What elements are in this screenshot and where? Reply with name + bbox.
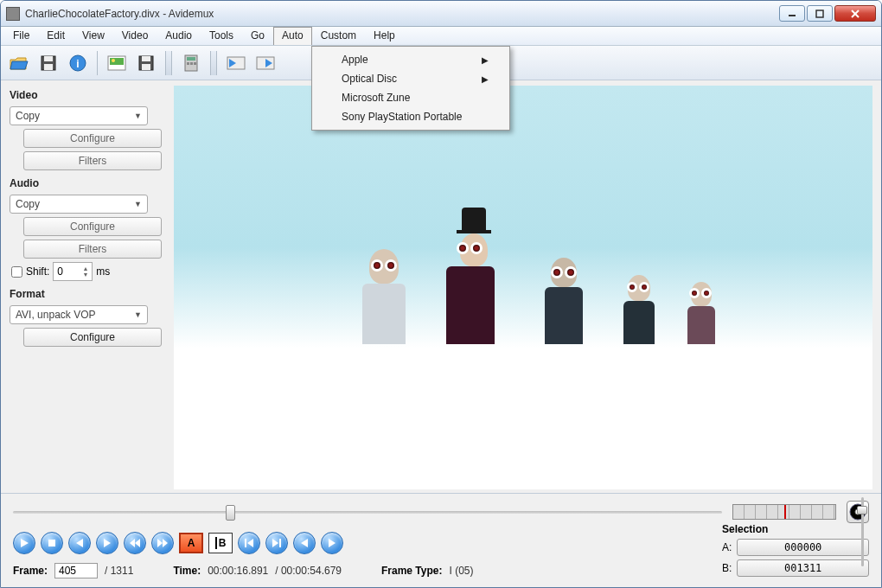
selection-a-label: A: [722, 541, 732, 553]
auto-menu-zune[interactable]: Microsoft Zune [314, 88, 508, 107]
seek-slider[interactable] [13, 504, 722, 520]
goto-start-button[interactable] [238, 532, 260, 554]
svg-marker-26 [21, 539, 29, 547]
svg-rect-27 [48, 540, 55, 546]
menu-view[interactable]: View [74, 27, 113, 45]
svg-marker-35 [247, 539, 253, 547]
minimize-button[interactable] [779, 5, 805, 22]
audio-codec-combo[interactable]: Copy▼ [10, 195, 148, 214]
audio-configure-button[interactable]: Configure [23, 217, 162, 236]
maximize-button[interactable] [807, 5, 833, 22]
selection-a-button[interactable]: 000000 [737, 539, 869, 556]
format-configure-button[interactable]: Configure [23, 328, 162, 347]
video-preview [174, 86, 872, 489]
save-image-icon[interactable] [133, 50, 159, 76]
preview-figure [691, 282, 715, 344]
svg-text:i: i [76, 58, 79, 70]
svg-rect-13 [142, 56, 150, 61]
menu-tools[interactable]: Tools [201, 27, 242, 45]
set-marker-a-button[interactable]: A [179, 533, 203, 553]
video-configure-button[interactable]: Configure [23, 129, 162, 148]
marker-b-label: B [215, 537, 227, 549]
menu-go[interactable]: Go [242, 27, 273, 45]
next-keyframe-button[interactable] [151, 532, 174, 554]
goto-end-button[interactable] [265, 532, 288, 554]
svg-point-11 [112, 59, 115, 62]
format-combo[interactable]: AVI, unpack VOP▼ [10, 305, 148, 324]
calculator-icon[interactable] [178, 50, 204, 76]
svg-rect-1 [816, 10, 823, 17]
time-total: / 00:00:54.679 [275, 565, 342, 577]
volume-handle[interactable] [857, 506, 867, 514]
bottom-panel: A B Selection A:000000 B:001311 Frame: /… [1, 493, 881, 587]
frametype-label: Frame Type: [381, 565, 442, 577]
prev-keyframe-button[interactable] [124, 532, 146, 554]
video-codec-combo[interactable]: Copy▼ [10, 106, 148, 125]
toolbar-grip2 [210, 51, 217, 75]
open-file-icon[interactable] [6, 50, 32, 76]
menu-edit[interactable]: Edit [38, 27, 74, 45]
svg-rect-37 [279, 539, 281, 547]
titlebar: CharlieChocolateFactory.divx - Avidemux [1, 1, 881, 27]
shift-spinner[interactable]: 0▲▼ [53, 262, 93, 281]
auto-menu-optical-disc[interactable]: Optical Disc▶ [314, 69, 508, 88]
set-marker-b-button[interactable]: B [208, 533, 233, 553]
shift-value: 0 [57, 265, 63, 278]
shift-label: Shift: [26, 265, 49, 278]
image-icon[interactable] [104, 50, 130, 76]
stop-button[interactable] [41, 532, 63, 554]
svg-marker-31 [135, 539, 140, 547]
frame-label: Frame: [13, 565, 48, 577]
frame-input[interactable] [54, 563, 98, 578]
seek-handle[interactable] [226, 505, 235, 521]
close-button[interactable] [834, 5, 876, 22]
play-button[interactable] [13, 532, 35, 554]
preview-figure [551, 258, 583, 344]
seek-track [13, 511, 722, 514]
prev-frame-button[interactable] [68, 532, 91, 554]
menubar: File Edit View Video Audio Tools Go Auto… [1, 27, 881, 46]
submenu-arrow-icon: ▶ [482, 74, 489, 84]
time-value: 00:00:16.891 [208, 565, 268, 577]
preview-figure [369, 249, 406, 344]
preview-figure [453, 208, 495, 344]
svg-marker-29 [104, 539, 111, 547]
menu-audio[interactable]: Audio [157, 27, 201, 45]
auto-menu-psp[interactable]: Sony PlayStation Portable [314, 107, 508, 126]
seek-row [13, 501, 869, 523]
menu-custom[interactable]: Custom [312, 27, 365, 45]
spinner-down-icon[interactable]: ▼ [82, 272, 88, 278]
marker-a-icon[interactable] [223, 50, 249, 76]
menu-help[interactable]: Help [365, 27, 404, 45]
next-black-button[interactable] [321, 532, 343, 554]
frame-total: / 1311 [105, 565, 133, 577]
auto-menu-apple[interactable]: Apple▶ [314, 50, 508, 69]
frametype-value: I (05) [449, 565, 473, 577]
video-filters-button[interactable]: Filters [23, 151, 162, 170]
video-codec-value: Copy [16, 110, 40, 122]
sidebar: Video Copy▼ Configure Filters Audio Copy… [10, 86, 165, 489]
vu-meter [732, 504, 836, 520]
selection-b-button[interactable]: 001311 [737, 559, 869, 577]
menu-video[interactable]: Video [113, 27, 157, 45]
svg-line-2 [852, 10, 859, 17]
window-title: CharlieChocolateFactory.divx - Avidemux [25, 8, 779, 20]
shift-checkbox[interactable] [11, 266, 22, 278]
audio-filters-button[interactable]: Filters [23, 240, 162, 259]
info-icon[interactable]: i [65, 50, 91, 76]
menu-auto[interactable]: Auto [273, 27, 312, 45]
next-frame-button[interactable] [96, 532, 118, 554]
marker-b-icon[interactable] [252, 50, 278, 76]
menu-item-label: Apple [342, 54, 368, 66]
audio-shift-row: Shift: 0▲▼ ms [11, 262, 165, 281]
volume-slider[interactable] [857, 497, 867, 566]
auto-dropdown: Apple▶ Optical Disc▶ Microsoft Zune Sony… [311, 46, 510, 131]
menu-file[interactable]: File [4, 27, 38, 45]
save-icon[interactable] [35, 50, 61, 76]
prev-black-button[interactable] [293, 532, 316, 554]
spinner-up-icon[interactable]: ▲ [82, 265, 88, 272]
svg-marker-30 [130, 539, 135, 547]
shift-unit: ms [96, 265, 110, 278]
svg-marker-33 [163, 539, 168, 547]
menu-item-label: Optical Disc [342, 73, 397, 85]
